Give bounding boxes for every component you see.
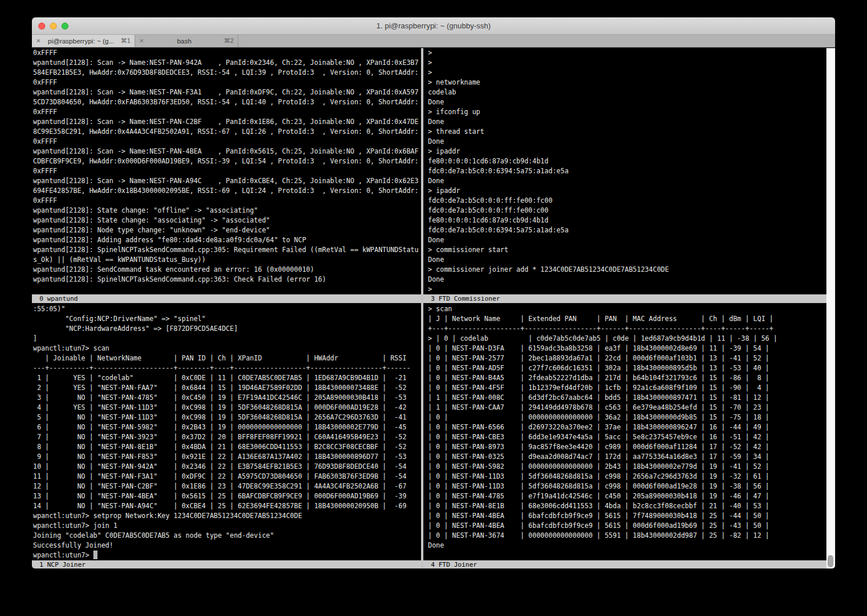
close-tab-icon[interactable]: ✕ xyxy=(139,38,144,44)
pane-divider[interactable] xyxy=(421,48,423,568)
tab-label: pi@raspberrypi: ~ (g... xyxy=(44,38,117,45)
tab-shortcut: ⌘1 xyxy=(121,37,130,45)
pane-status-wpantund: 0 wpantund xyxy=(32,294,422,303)
title-bar[interactable]: 1. pi@raspberrypi: ~ (gnubby-ssh) xyxy=(32,17,835,35)
pane-status-ftd-joiner: 4 FTD Joiner xyxy=(423,560,826,568)
pane-status-ftd-commissioner: 3 FTD Commissioner xyxy=(423,294,826,303)
tab-bash[interactable]: ✕ bash ⌘2 xyxy=(135,35,238,47)
terminal-window: 1. pi@raspberrypi: ~ (gnubby-ssh) ✕ pi@r… xyxy=(32,17,835,568)
window-title: 1. pi@raspberrypi: ~ (gnubby-ssh) xyxy=(32,17,835,35)
pane-wpantund-text: 0xFFFF wpantund[2128]: Scan -> Name:NEST… xyxy=(32,48,422,285)
pane-ncp-joiner[interactable]: :55:05)" "Config:NCP:DriverName" => "spi… xyxy=(32,303,422,560)
pane-ftd-joiner[interactable]: > scan | J | Network Name | Extended PAN… xyxy=(423,303,826,560)
terminal-cursor xyxy=(93,551,97,559)
tab-bar: ✕ pi@raspberrypi: ~ (g... ⌘1 ✕ bash ⌘2 xyxy=(32,35,835,48)
pane-wpantund[interactable]: 0xFFFF wpantund[2128]: Scan -> Name:NEST… xyxy=(32,48,422,294)
scrollbar-thumb[interactable] xyxy=(828,555,833,567)
terminal-content: 0xFFFF wpantund[2128]: Scan -> Name:NEST… xyxy=(32,48,835,568)
tab-bar-filler xyxy=(238,35,835,47)
close-tab-icon[interactable]: ✕ xyxy=(36,38,41,44)
pane-ftd-commissioner-text: > > > > networkname codelab Done > ifcon… xyxy=(423,48,826,294)
tab-ssh-session[interactable]: ✕ pi@raspberrypi: ~ (g... ⌘1 xyxy=(32,35,135,47)
pane-ncp-joiner-text: :55:05)" "Config:NCP:DriverName" => "spi… xyxy=(32,303,422,560)
tab-label: bash xyxy=(147,38,220,45)
pane-ftd-commissioner[interactable]: > > > > networkname codelab Done > ifcon… xyxy=(423,48,826,294)
pane-ftd-joiner-text: > scan | J | Network Name | Extended PAN… xyxy=(423,303,826,551)
pane-status-ncp-joiner: 1 NCP Joiner xyxy=(32,560,422,568)
scrollbar[interactable] xyxy=(826,48,835,568)
tab-shortcut: ⌘2 xyxy=(224,37,234,45)
